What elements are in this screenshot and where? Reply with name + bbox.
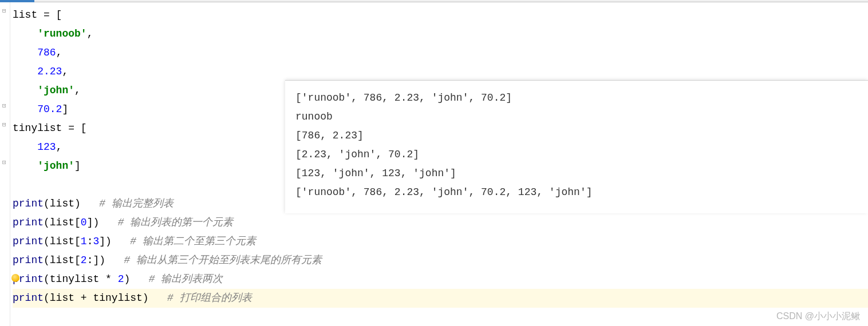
token-ident: , xyxy=(74,85,81,96)
code-line[interactable]: 'runoob', xyxy=(13,25,868,43)
watermark: CSDN @小小小泥鳅 xyxy=(776,311,860,323)
token-comment: # 输出完整列表 xyxy=(99,198,173,209)
token-num: 2 xyxy=(81,255,87,266)
token-builtin: print xyxy=(13,292,44,304)
token-ident: ] xyxy=(62,104,68,115)
token-ident: , xyxy=(62,66,68,77)
token-ident: ]) xyxy=(87,217,118,228)
token-ident: , xyxy=(56,141,62,153)
token-ident: (list[ xyxy=(44,217,81,228)
output-line: [123, 'john', 123, 'john'] xyxy=(295,164,858,183)
token-num: 3 xyxy=(93,236,99,247)
token-ident: (tinylist * xyxy=(44,273,118,285)
token-str: 'john' xyxy=(37,85,74,96)
fold-toggle-icon[interactable]: ⊟ xyxy=(2,7,6,14)
output-line: [2.23, 'john', 70.2] xyxy=(295,145,858,164)
token-ident: (list[ xyxy=(44,236,81,247)
code-line[interactable]: print(list[1:3]) # 输出第二个至第三个元素 xyxy=(13,232,868,251)
token-num: 2.23 xyxy=(37,66,62,77)
output-panel: ['runoob', 786, 2.23, 'john', 70.2]runoo… xyxy=(285,80,868,213)
token-ident: :]) xyxy=(87,255,124,266)
token-ident: tinylist = [ xyxy=(13,122,87,134)
token-ident: ] xyxy=(74,160,81,172)
token-num: 70.2 xyxy=(37,104,62,115)
code-line[interactable]: print(list[2:]) # 输出从第三个开始至列表末尾的所有元素 xyxy=(13,251,868,270)
indent-guide xyxy=(13,104,37,115)
token-ident: (list) xyxy=(44,198,99,209)
token-comment: # 输出列表的第一个元素 xyxy=(118,217,234,228)
token-builtin: print xyxy=(13,236,44,247)
code-line[interactable]: list = [ xyxy=(13,6,868,25)
indent-guide xyxy=(13,66,37,77)
indent-guide xyxy=(13,85,37,96)
output-line: ['runoob', 786, 2.23, 'john', 70.2, 123,… xyxy=(295,183,858,202)
indent-guide xyxy=(13,160,37,172)
token-ident: ) xyxy=(124,273,148,285)
indent-guide xyxy=(13,141,37,153)
token-builtin: print xyxy=(13,255,44,266)
code-line[interactable]: 2.23, xyxy=(13,62,868,81)
output-line: [786, 2.23] xyxy=(295,126,858,145)
token-str: 'runoob' xyxy=(37,28,86,39)
token-ident: , xyxy=(87,28,93,39)
token-ident: (list + tinylist) xyxy=(44,292,167,304)
token-num: 2 xyxy=(118,273,124,285)
token-ident: (list[ xyxy=(44,255,81,266)
token-num: 786 xyxy=(37,47,56,58)
token-num: 1 xyxy=(81,236,87,247)
token-builtin: print xyxy=(13,217,44,228)
indent-guide xyxy=(13,28,37,39)
output-line: ['runoob', 786, 2.23, 'john', 70.2] xyxy=(295,89,858,108)
token-comment: # 输出列表两次 xyxy=(149,273,223,285)
code-line[interactable]: print(tinylist * 2) # 输出列表两次 xyxy=(13,270,868,289)
code-line[interactable]: print(list + tinylist) # 打印组合的列表 xyxy=(13,289,868,308)
code-line[interactable]: print(list[0]) # 输出列表的第一个元素 xyxy=(13,213,868,232)
token-comment: # 输出第二个至第三个元素 xyxy=(130,236,256,247)
token-comment: # 打印组合的列表 xyxy=(167,292,252,304)
fold-toggle-icon[interactable]: ⊟ xyxy=(2,121,6,128)
indent-guide xyxy=(13,47,37,58)
token-ident: ]) xyxy=(99,236,130,247)
code-line[interactable]: 786, xyxy=(13,43,868,62)
token-num: 0 xyxy=(81,217,87,228)
token-ident: , xyxy=(56,47,62,58)
gutter[interactable]: ⊟⊡⊟⊡ xyxy=(0,2,10,326)
output-line: runoob xyxy=(295,108,858,126)
token-ident: list = [ xyxy=(13,9,62,21)
fold-toggle-icon[interactable]: ⊡ xyxy=(2,102,6,109)
token-builtin: print xyxy=(13,198,44,209)
token-str: 'john' xyxy=(37,160,74,172)
fold-toggle-icon[interactable]: ⊡ xyxy=(2,158,6,166)
token-num: 123 xyxy=(37,141,56,153)
token-ident: : xyxy=(87,236,93,247)
token-comment: # 输出从第三个开始至列表末尾的所有元素 xyxy=(124,255,322,266)
